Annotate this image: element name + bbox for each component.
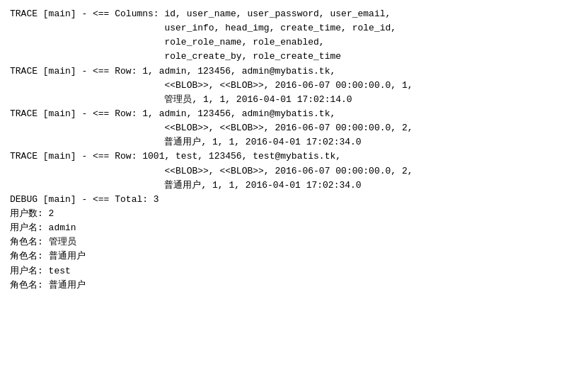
log-line-line1c3: role_create_by, role_create_time — [10, 50, 578, 64]
log-line-line1c1: user_info, head_img, create_time, role_i… — [10, 21, 578, 35]
log-line-line5: DEBUG [main] - <== Total: 3 — [10, 193, 578, 207]
log-line-line6: 用户数: 2 — [10, 207, 578, 221]
log-line-line4c1: <<BLOB>>, <<BLOB>>, 2016-06-07 00:00:00.… — [10, 164, 578, 179]
log-line-line3c2: 普通用户, 1, 1, 2016-04-01 17:02:34.0 — [10, 135, 578, 149]
log-line-line3: TRACE [main] - <== Row: 1, admin, 123456… — [10, 107, 578, 121]
log-line-line1: TRACE [main] - <== Columns: id, user_nam… — [10, 7, 578, 21]
log-line-line8: 角色名: 管理员 — [10, 235, 578, 249]
log-line-line7: 用户名: admin — [10, 221, 578, 235]
log-line-line4: TRACE [main] - <== Row: 1001, test, 1234… — [10, 149, 578, 164]
log-line-line4c2: 普通用户, 1, 1, 2016-04-01 17:02:34.0 — [10, 179, 578, 193]
log-line-line2: TRACE [main] - <== Row: 1, admin, 123456… — [10, 64, 578, 79]
log-line-line2c2: 管理员, 1, 1, 2016-04-01 17:02:14.0 — [10, 93, 578, 107]
log-line-line11: 角色名: 普通用户 — [10, 278, 578, 293]
log-line-line9: 角色名: 普通用户 — [10, 249, 578, 264]
log-container: TRACE [main] - <== Columns: id, user_nam… — [10, 7, 578, 293]
log-line-line2c1: <<BLOB>>, <<BLOB>>, 2016-06-07 00:00:00.… — [10, 79, 578, 93]
log-line-line3c1: <<BLOB>>, <<BLOB>>, 2016-06-07 00:00:00.… — [10, 121, 578, 135]
log-lines: TRACE [main] - <== Columns: id, user_nam… — [10, 7, 578, 293]
log-line-line10: 用户名: test — [10, 264, 578, 278]
log-line-line1c2: role_role_name, role_enabled, — [10, 35, 578, 50]
